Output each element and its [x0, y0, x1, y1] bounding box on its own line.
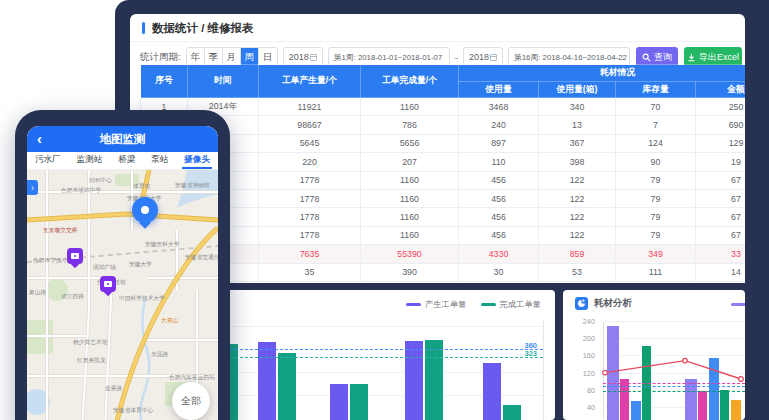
phone-tab-bar: 污水厂监测站桥梁泵站摄像头: [27, 152, 218, 170]
cell-value: 110: [459, 153, 539, 171]
cell-value: 1160: [361, 98, 459, 116]
phone-mockup: ‹ 地图监测 污水厂监测站桥梁泵站摄像头: [15, 110, 230, 420]
cell-value: 367: [539, 134, 616, 152]
camera-icon: [71, 253, 79, 259]
camera-pin[interactable]: [67, 248, 83, 264]
expand-panel-icon[interactable]: ›: [27, 180, 38, 195]
cell-value: 98667: [259, 116, 361, 134]
right-chart-plot: 2402001601208040: [563, 290, 745, 420]
cell-value: 122: [539, 189, 616, 207]
cell-value: 79: [616, 171, 696, 189]
phone-header: ‹ 地图监测: [27, 126, 218, 152]
cell-value: 35: [259, 263, 361, 281]
maintenance-report-table: 序号 时间 工单产生量/个 工单完成量/个 耗材情况 使用量 使用量(箱) 库存…: [140, 64, 745, 282]
col-header-orders-created: 工单产生量/个: [259, 65, 361, 98]
cell-value: 5645: [259, 134, 361, 152]
table-row: 7177811604561227967: [141, 208, 746, 226]
selected-location-pin[interactable]: [132, 197, 158, 223]
cell-value: 1160: [361, 171, 459, 189]
phone-tab-泵站[interactable]: 泵站: [149, 152, 170, 169]
cell-value: 690: [696, 116, 746, 134]
cell-value: 13: [539, 116, 616, 134]
table-row: 6177811604561227967: [141, 189, 746, 207]
cell-value: 4330: [459, 245, 539, 263]
bar-产生工单量: [330, 384, 348, 420]
cell-value: 1778: [259, 171, 361, 189]
phone-screen: ‹ 地图监测 污水厂监测站桥梁泵站摄像头: [27, 126, 218, 420]
total-row: 合计763555390433085934933: [141, 245, 746, 263]
bar-产生工单量: [483, 363, 501, 420]
consumables-chart-card: 耗材分析 2402001601208040: [563, 290, 745, 420]
search-icon: [642, 53, 651, 62]
col-subheader: 库存量: [616, 82, 696, 98]
export-button-label: 导出Excel: [699, 51, 739, 64]
cell-value: 53: [539, 263, 616, 281]
back-chevron-icon[interactable]: ‹: [37, 130, 42, 148]
col-subheader: 使用量: [459, 82, 539, 98]
breadcrumb: 数据统计 / 维修报表: [142, 20, 254, 36]
cell-value: 122: [539, 171, 616, 189]
reference-line-label: 323: [507, 349, 537, 358]
show-all-button[interactable]: 全部: [172, 382, 210, 420]
cell-value: 456: [459, 189, 539, 207]
cell-value: 11921: [259, 98, 361, 116]
phone-tab-桥梁[interactable]: 桥梁: [116, 152, 137, 169]
table-row: 356455656897367124129: [141, 134, 746, 152]
camera-pin[interactable]: [100, 276, 116, 292]
start-year-value: 2018: [289, 52, 309, 62]
end-week-value: 第16周: 2018-04-16~2018-04-22: [514, 52, 627, 63]
screenshot-stage: 数据统计 / 维修报表 统计周期: 年季月周日 2018 第1周: 2018-0…: [0, 0, 769, 420]
calendar-icon: [310, 54, 317, 61]
average-row: 平均值35390305311114: [141, 263, 746, 281]
cell-value: 1778: [259, 226, 361, 244]
cell-value: 5656: [361, 134, 459, 152]
cell-value: 240: [459, 116, 539, 134]
cell-value: 30: [459, 263, 539, 281]
cell-value: 1778: [259, 189, 361, 207]
cell-value: 70: [616, 98, 696, 116]
breadcrumb-accent-bar: [142, 22, 145, 34]
start-week-value: 第1周: 2018-01-01~2018-01-07: [334, 52, 443, 63]
col-subheader: 金额: [696, 82, 746, 98]
table-row: 12014年119211160346834070250: [141, 98, 746, 116]
range-separator: -: [455, 52, 458, 63]
cell-value: 349: [616, 245, 696, 263]
bar-完成工单量: [278, 353, 296, 420]
col-subheader: 使用量(箱): [539, 82, 616, 98]
cell-value: 456: [459, 208, 539, 226]
cell-value: 14: [696, 263, 746, 281]
phone-tab-污水厂[interactable]: 污水厂: [33, 152, 63, 169]
bar-产生工单量: [258, 342, 276, 420]
cell-value: 67: [696, 226, 746, 244]
cell-value: 786: [361, 116, 459, 134]
cell-value: 19: [696, 153, 746, 171]
col-header-index: 序号: [141, 65, 188, 98]
map-view[interactable]: 同和中心合肥市琥珀中学体育馆安徽农业大学安徽省博物馆五里墩立交桥安徽医科大学安徽…: [27, 170, 218, 420]
bar-产生工单量: [405, 341, 423, 420]
cell-value: 111: [616, 263, 696, 281]
calendar-icon: [490, 54, 497, 61]
trend-line: [563, 290, 745, 420]
camera-icon: [104, 281, 112, 287]
cell-value: 90: [616, 153, 696, 171]
cell-value: 124: [616, 134, 696, 152]
cell-value: 897: [459, 134, 539, 152]
cell-value: 1778: [259, 208, 361, 226]
cell-value: 3468: [459, 98, 539, 116]
cell-value: 207: [361, 153, 459, 171]
cell-value: 55390: [361, 245, 459, 263]
query-button-label: 查询: [654, 51, 672, 64]
col-header-consumables-group: 耗材情况: [459, 65, 746, 82]
download-icon: [687, 53, 696, 62]
cell-value: 33: [696, 245, 746, 263]
col-header-orders-completed: 工单完成量/个: [361, 65, 459, 98]
end-year-value: 2018: [469, 52, 489, 62]
table-row: 42202071103989019: [141, 153, 746, 171]
phone-tab-摄像头[interactable]: 摄像头: [182, 152, 212, 169]
bar-完成工单量: [503, 405, 521, 420]
breadcrumb-text: 数据统计 / 维修报表: [152, 21, 254, 36]
cell-value: 79: [616, 189, 696, 207]
phone-tab-监测站[interactable]: 监测站: [75, 152, 105, 169]
cell-value: 129: [696, 134, 746, 152]
divider: [130, 41, 745, 42]
